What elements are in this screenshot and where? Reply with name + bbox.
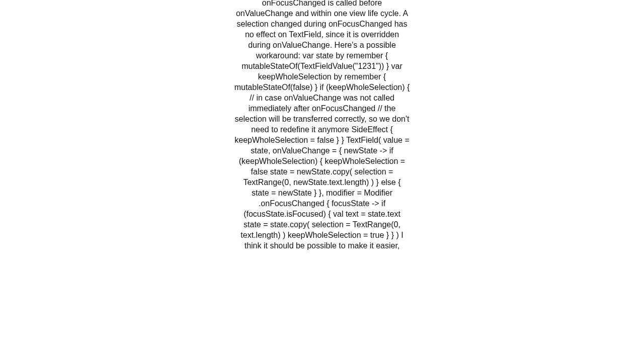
body-text: onFocusChanged is called before onValueC… xyxy=(234,0,410,250)
document-body: onFocusChanged is called before onValueC… xyxy=(234,0,410,251)
